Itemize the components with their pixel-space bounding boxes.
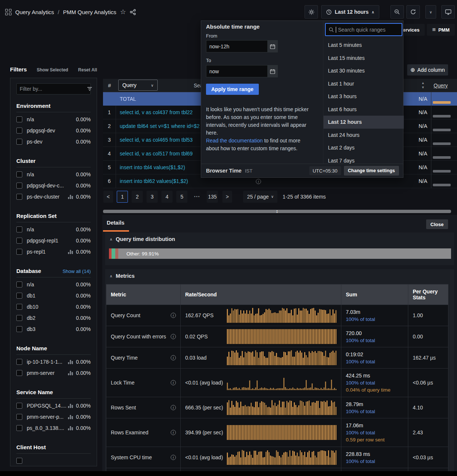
checkbox[interactable] <box>16 370 22 376</box>
checkbox[interactable] <box>16 139 22 145</box>
page-button-3[interactable]: 3 <box>147 191 158 203</box>
filter-search-input[interactable] <box>20 86 87 92</box>
page-button-4[interactable]: 4 <box>161 191 173 203</box>
filter-item-db10[interactable]: db100.00% <box>16 301 91 312</box>
filter-search-box[interactable] <box>16 83 91 94</box>
zoom-out-button[interactable] <box>390 5 404 19</box>
close-details-button[interactable]: Close <box>426 219 448 229</box>
add-column-button[interactable]: ⊕ Add column <box>407 64 448 75</box>
checkbox[interactable] <box>16 315 22 321</box>
checkbox[interactable] <box>16 238 22 244</box>
filter-item-db3[interactable]: db30.00% <box>16 324 91 335</box>
filter-item-ps-8-0-3-138[interactable]: ps_8.0_3.138....0.00% <box>16 422 91 434</box>
bar-chart-icon[interactable] <box>68 371 73 375</box>
checkbox[interactable] <box>16 425 22 431</box>
query-link[interactable]: select id, v as col517 from tbl69 <box>120 151 193 157</box>
checkbox[interactable] <box>16 458 22 464</box>
bar-chart-icon[interactable] <box>68 194 73 199</box>
info-icon[interactable]: i <box>171 380 176 385</box>
query-link[interactable]: insert into tbl4 values($1,$2) <box>120 164 185 170</box>
quick-range-last-6-hours[interactable]: Last 6 hours <box>324 103 404 116</box>
quick-range-last-3-hours[interactable]: Last 3 hours <box>324 90 404 103</box>
filter-item-pmm-server-p[interactable]: pmm-server-p...0.00% <box>16 411 91 422</box>
page-button-2[interactable]: 2 <box>132 191 143 203</box>
filter-item-n-a[interactable]: n/a0.00% <box>16 114 91 125</box>
collapse-caret-icon[interactable]: ∧ <box>110 274 112 278</box>
metric-sum-percent-link[interactable]: 100% of total <box>346 338 403 343</box>
checkbox[interactable] <box>16 194 22 200</box>
bar-chart-icon[interactable] <box>68 403 73 408</box>
bar-chart-icon[interactable] <box>68 250 73 254</box>
quick-range-last-30-minutes[interactable]: Last 30 minutes <box>324 64 404 77</box>
page-button-135[interactable]: 135 <box>207 191 218 203</box>
quick-range-last-7-days[interactable]: Last 7 days <box>324 154 404 164</box>
metric-sum-percent-link[interactable]: 100% of total <box>346 380 403 386</box>
checkbox[interactable] <box>16 116 22 122</box>
quick-range-last-15-minutes[interactable]: Last 15 minutes <box>324 52 404 65</box>
filter-item-pdpgsql-repl1[interactable]: pdpgsql-repl10.00% <box>16 235 91 246</box>
filter-item-ps-dev[interactable]: ps-dev0.00% <box>16 136 91 147</box>
checkbox[interactable] <box>16 359 22 365</box>
next-page-button[interactable]: > <box>222 191 232 203</box>
kiosk-mode-button[interactable] <box>441 5 455 19</box>
calendar-button[interactable] <box>267 65 278 77</box>
metric-sum-percent-link[interactable]: 100% of total <box>346 409 403 414</box>
refresh-button[interactable] <box>406 5 420 19</box>
checkbox[interactable] <box>16 249 22 255</box>
checkbox[interactable] <box>16 183 22 189</box>
filter-item-ps-dev-cluster[interactable]: ps-dev-cluster0.00% <box>16 191 91 202</box>
query-link[interactable]: update tbl64 set v=$1 where id=$2 <box>120 123 200 129</box>
refresh-interval-dropdown[interactable]: ∨ <box>425 5 436 19</box>
info-icon[interactable]: i <box>171 455 176 460</box>
calendar-button[interactable] <box>267 40 278 52</box>
quick-range-last-24-hours[interactable]: Last 24 hours <box>324 129 404 142</box>
checkbox[interactable] <box>16 403 22 409</box>
query-time-column-header[interactable]: Query <box>434 79 448 92</box>
bar-chart-icon[interactable] <box>68 360 73 364</box>
sort-icon[interactable]: ▲▼ <box>421 81 425 90</box>
query-link[interactable]: insert into tbl62 values($1,$2) <box>120 178 188 184</box>
filter-item-n-a[interactable]: n/a0.00% <box>16 279 91 290</box>
filter-item-n-a[interactable]: n/a0.00% <box>16 169 91 180</box>
info-icon[interactable]: i <box>256 179 261 184</box>
checkbox[interactable] <box>16 128 22 134</box>
dashboard-settings-button[interactable] <box>305 5 318 19</box>
info-icon[interactable]: i <box>171 313 176 318</box>
apps-grid-icon[interactable] <box>5 9 12 15</box>
quick-ranges-search-input[interactable] <box>338 27 399 33</box>
quick-range-last-5-minutes[interactable]: Last 5 minutes <box>324 39 404 52</box>
quick-range-last-2-days[interactable]: Last 2 days <box>324 141 404 154</box>
show-selected-link[interactable]: Show Selected <box>37 67 68 73</box>
filter-item-db2[interactable]: db20.00% <box>16 312 91 324</box>
checkbox[interactable] <box>16 304 22 310</box>
apply-time-range-button[interactable]: Apply time range <box>206 84 259 95</box>
checkbox[interactable] <box>16 282 22 287</box>
checkbox[interactable] <box>16 414 22 420</box>
metric-sum-percent-link[interactable]: 100% of total <box>346 316 403 322</box>
checkbox[interactable] <box>16 293 22 299</box>
query-column-dropdown[interactable]: Query ∨ <box>118 80 158 91</box>
bar-chart-icon[interactable] <box>68 426 73 430</box>
tab-details[interactable]: Details <box>107 220 125 226</box>
filter-item-pmm-server[interactable]: pmm-server0.00% <box>16 367 91 379</box>
page-button-5[interactable]: 5 <box>176 191 187 203</box>
metric-sum-percent-link[interactable]: 100% of total <box>346 459 403 464</box>
info-icon[interactable]: i <box>171 334 176 339</box>
page-size-select[interactable]: 25 / page∨ <box>243 191 277 203</box>
filter-item-pdpgsql-dev-c[interactable]: pdpgsql-dev-c...0.00% <box>16 180 91 191</box>
filter-item-pdpgsql-14[interactable]: PDPGSQL_14....0.00% <box>16 400 91 411</box>
star-icon[interactable]: ☆ <box>120 9 126 15</box>
checkbox[interactable] <box>16 326 22 332</box>
panel-resize-handle[interactable]: ▲▼ <box>103 210 451 213</box>
prev-page-button[interactable]: < <box>103 191 113 203</box>
checkbox[interactable] <box>16 226 22 232</box>
breadcrumb-section[interactable]: Query Analytics <box>15 9 54 15</box>
query-link[interactable]: select id, v as col465 from tbl53 <box>120 137 193 143</box>
filter-item-db1[interactable]: db10.00% <box>16 290 91 301</box>
show-all-link[interactable]: Show all (14) <box>62 268 91 274</box>
pmm-menu-button[interactable]: ≡PMM <box>427 24 455 36</box>
info-icon[interactable]: i <box>171 430 176 435</box>
filter-item-ps-repl1[interactable]: ps-repl10.00% <box>16 246 91 257</box>
reset-all-link[interactable]: Reset All <box>78 67 97 73</box>
to-field[interactable] <box>206 65 267 77</box>
